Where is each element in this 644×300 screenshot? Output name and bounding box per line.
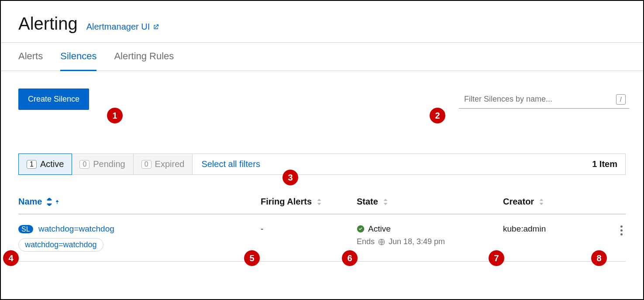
silence-name-link[interactable]: watchdog=watchdog (38, 224, 114, 233)
search-input[interactable] (459, 90, 629, 109)
creator-cell: kube:admin (503, 224, 604, 234)
filter-active-label: Active (40, 159, 64, 169)
filter-pending[interactable]: 0 Pending (72, 154, 133, 174)
callout-7: 7 (489, 250, 504, 266)
filter-active[interactable]: 1 Active (18, 153, 72, 175)
slash-key-hint: / (616, 94, 626, 105)
column-name[interactable]: Name (18, 197, 261, 207)
filter-expired[interactable]: 0 Expired (134, 154, 193, 174)
silences-table: Name Firing Alerts State Creator SL (18, 197, 626, 262)
callout-6: 6 (342, 250, 358, 266)
ends-time: Jun 18, 3:49 pm (389, 237, 445, 246)
sort-up-arrow-icon (54, 198, 60, 206)
callout-8: 8 (591, 250, 607, 266)
kebab-menu-button[interactable] (617, 224, 626, 236)
column-state[interactable]: State (357, 197, 503, 207)
globe-icon (378, 239, 385, 245)
alertmanager-ui-label: Alertmanager UI (86, 22, 150, 32)
tab-alerts[interactable]: Alerts (18, 43, 43, 71)
callout-2: 2 (430, 108, 445, 123)
callout-4: 4 (3, 250, 19, 266)
label-pill[interactable]: watchdog=watchdog (18, 238, 103, 252)
ends-label: Ends (357, 237, 375, 246)
external-link-icon (152, 24, 159, 31)
filter-active-count: 1 (27, 160, 37, 169)
filter-expired-count: 0 (141, 160, 152, 169)
tab-alerting-rules[interactable]: Alerting Rules (114, 43, 174, 71)
alertmanager-ui-link[interactable]: Alertmanager UI (86, 22, 160, 32)
tab-silences[interactable]: Silences (60, 43, 96, 71)
column-firing-alerts[interactable]: Firing Alerts (261, 197, 357, 207)
callout-5: 5 (244, 250, 260, 266)
state-value: Active (368, 224, 391, 234)
resource-badge: SL (18, 225, 33, 233)
table-row: SL watchdog=watchdog watchdog=watchdog -… (18, 215, 626, 262)
page-title: Alerting (18, 14, 78, 34)
sort-icon (316, 198, 322, 206)
filter-pending-label: Pending (93, 159, 125, 169)
filter-pending-count: 0 (79, 160, 90, 169)
filters-row: 1 Active 0 Pending 0 Expired Select all … (18, 153, 626, 175)
sort-icon (382, 198, 389, 206)
column-creator[interactable]: Creator (503, 197, 604, 207)
callout-3: 3 (282, 170, 298, 185)
callout-1: 1 (107, 108, 123, 123)
sort-icon (538, 198, 544, 206)
filter-expired-label: Expired (155, 159, 185, 169)
check-circle-icon (357, 225, 365, 233)
tabs: Alerts Silences Alerting Rules (1, 42, 643, 71)
select-all-filters[interactable]: Select all filters (193, 154, 269, 174)
sort-asc-icon (46, 198, 52, 206)
firing-alerts-cell: - (261, 224, 357, 234)
create-silence-button[interactable]: Create Silence (18, 89, 89, 110)
item-count: 1 Item (584, 154, 625, 174)
